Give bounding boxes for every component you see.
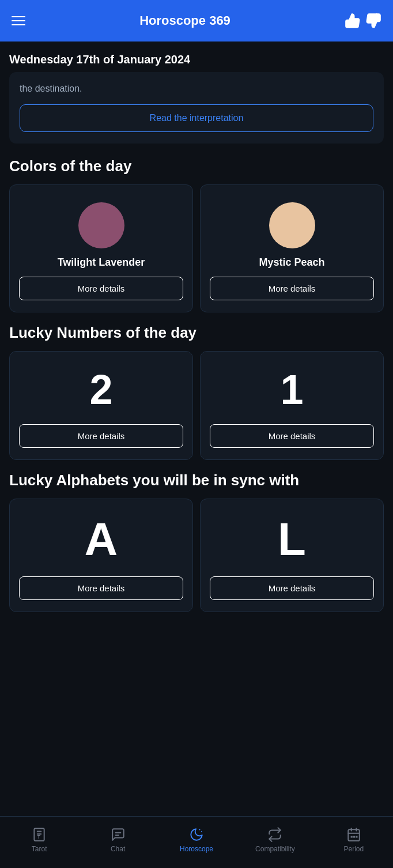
peach-more-details-button[interactable]: More details [210,277,374,300]
horoscope-nav-label: Horoscope [180,845,213,853]
colors-grid: Twilight Lavender More details Mystic Pe… [9,184,384,312]
number2-more-details-button[interactable]: More details [19,424,183,448]
svg-rect-8 [348,829,360,841]
chat-icon [110,827,126,843]
nav-item-chat[interactable]: Chat [78,827,157,853]
nav-item-compatibility[interactable]: Compatibility [236,827,314,853]
color-circle-peach [269,202,315,248]
lucky-alpha-l: L [278,516,306,563]
lucky-number-2: 2 [89,369,112,410]
colors-section-title: Colors of the day [9,157,384,175]
date-section: Wednesday 17th of January 2024 [9,41,384,72]
nav-item-tarot[interactable]: T Tarot [0,827,78,853]
lucky-number-1: 1 [280,369,303,410]
svg-rect-14 [356,836,357,837]
alpha-card-a: A More details [9,499,193,612]
thumbs-up-icon [345,13,361,29]
alpha-a-more-details-button[interactable]: More details [19,576,183,600]
svg-point-6 [199,829,200,830]
svg-rect-13 [353,836,355,837]
menu-button[interactable] [12,16,25,25]
tarot-icon: T [31,827,47,843]
app-header: Horoscope 369 [0,0,393,41]
nav-item-horoscope[interactable]: Horoscope [157,827,236,853]
color-card-peach: Mystic Peach More details [200,184,384,312]
lucky-alpha-a: A [85,516,118,563]
svg-rect-12 [350,836,352,837]
lucky-alpha-section-title: Lucky Alphabets you will be in sync with [9,471,384,489]
horoscope-icon [188,827,205,843]
feedback-button[interactable] [345,13,381,29]
tarot-nav-label: Tarot [32,845,47,853]
lucky-alpha-grid: A More details L More details [9,499,384,612]
alpha-l-more-details-button[interactable]: More details [210,576,374,600]
period-icon [346,827,362,843]
app-title: Horoscope 369 [139,13,230,28]
date-text: Wednesday 17th of January 2024 [9,53,190,66]
svg-point-7 [201,831,202,832]
compatibility-nav-label: Compatibility [255,845,295,853]
svg-text:T: T [37,833,41,839]
number1-more-details-button[interactable]: More details [210,424,374,448]
chat-nav-label: Chat [111,845,125,853]
color-circle-lavender [78,202,124,248]
thumbs-down-icon [365,13,381,29]
lucky-numbers-section-title: Lucky Numbers of the day [9,324,384,342]
interpretation-preview: the destination. [20,84,373,94]
number-card-1: 1 More details [200,351,384,460]
nav-item-period[interactable]: Period [315,827,393,853]
compatibility-icon [267,827,283,843]
interpretation-card: the destination. Read the interpretation [9,72,384,144]
period-nav-label: Period [343,845,364,853]
bottom-navigation: T Tarot Chat Horoscope [0,816,393,868]
lucky-numbers-grid: 2 More details 1 More details [9,351,384,460]
color-name-lavender: Twilight Lavender [58,256,145,269]
color-name-peach: Mystic Peach [259,256,324,269]
lavender-more-details-button[interactable]: More details [19,277,183,300]
main-content: Wednesday 17th of January 2024 the desti… [0,41,393,674]
alpha-card-l: L More details [200,499,384,612]
read-interpretation-button[interactable]: Read the interpretation [20,104,373,132]
color-card-lavender: Twilight Lavender More details [9,184,193,312]
number-card-2: 2 More details [9,351,193,460]
